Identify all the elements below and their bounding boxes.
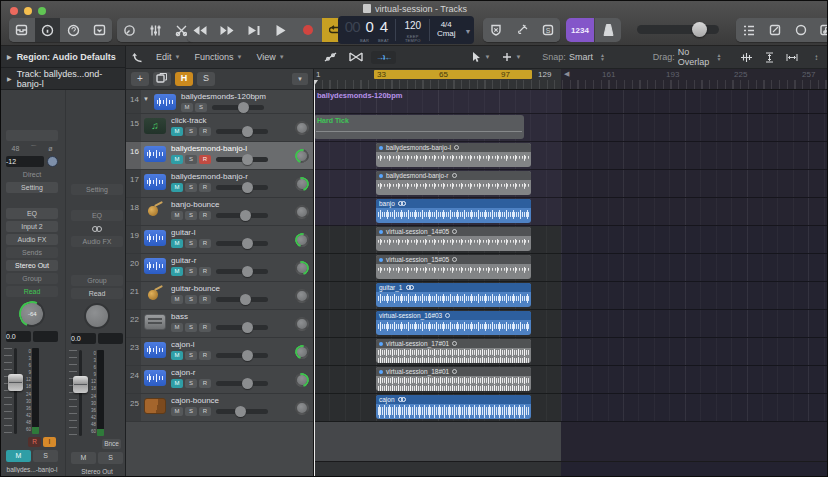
solo-button[interactable]: S [185,351,197,360]
track-volume-slider[interactable] [216,213,268,218]
solo-button[interactable]: S [185,407,197,416]
region-hard-tick[interactable]: Hard Tick [314,115,524,139]
record-enable-button[interactable]: R [199,239,211,248]
automation-mode-button[interactable]: Read [71,288,123,299]
arrange-lane[interactable]: cajon [314,394,828,422]
track-pan-knob[interactable] [295,289,309,303]
track-pan-knob[interactable] [295,401,309,415]
region-virtual-session-18-01[interactable]: virtual-session_18#01 [376,367,531,391]
mute-button[interactable]: M [171,155,183,164]
track-header-row[interactable]: 24cajon-rMSR [126,366,313,394]
track-volume-slider[interactable] [216,269,268,274]
media-browser-button[interactable] [814,18,828,42]
mute-button[interactable]: M [171,127,183,136]
hide-tracks-button[interactable]: H [175,72,193,86]
arrange-lane[interactable]: banjo [314,198,828,226]
region-banjo[interactable]: banjo [376,199,531,223]
track-header-row[interactable]: 14▼ballydesmonds-120bpmMS [126,90,313,114]
master-volume-slider[interactable] [637,25,719,34]
setting-button[interactable]: Setting [71,184,123,195]
track-name[interactable]: banjo-bounce [171,200,313,209]
track-name[interactable]: bass [171,312,313,321]
mute-button[interactable]: M [171,183,183,192]
record-enable-button[interactable]: R [199,183,211,192]
track-pan-knob[interactable] [295,121,309,135]
track-name[interactable]: ballydesmond-banjo-l [171,144,313,153]
track-header-options-chevron[interactable]: ▼ [292,73,308,85]
region-guitar-1[interactable]: guitar_1 [376,283,531,307]
track-volume-slider[interactable] [216,297,268,302]
solo-tracks-button[interactable]: S [197,72,215,86]
audio-fx-button[interactable]: Audio FX [6,234,58,245]
slider-knob[interactable] [242,238,253,249]
mute-button[interactable]: M [171,211,183,220]
solo-button[interactable]: S [185,183,197,192]
mixer-button[interactable] [143,18,168,42]
track-inspector-header[interactable]: ▶ Track: ballydes...ond-banjo-l [1,68,126,90]
replace-button[interactable] [483,18,508,42]
eq-button[interactable]: EQ [71,210,123,221]
pan-knob[interactable]: -64 [15,297,48,330]
track-name[interactable]: guitar-l [171,228,313,237]
region-virtual-session-15-05[interactable]: virtual-session_15#05 [376,255,531,279]
arrange-lane[interactable]: virtual-session_16#03 [314,310,828,338]
tuner-button[interactable] [509,18,534,42]
track-volume-slider[interactable] [216,381,268,386]
waveform-zoom-icon[interactable] [734,52,759,63]
track-volume-slider[interactable] [216,325,268,330]
arrange-lane[interactable]: virtual-session_14#05 [314,226,828,254]
solo-button[interactable]: S [185,295,197,304]
track-volume-slider[interactable] [216,241,268,246]
solo-button[interactable]: S [185,323,197,332]
record-enable-button[interactable]: R [28,437,41,447]
drag-menu[interactable]: Drag: No Overlap ▲▼ [646,47,728,67]
record-enable-button[interactable]: R [199,379,211,388]
solo-button[interactable]: S [185,239,197,248]
solo-button[interactable]: S [185,267,197,276]
track-header-row[interactable]: 18banjo-bounceMSR [126,198,313,226]
bounce-button[interactable]: Bnce [102,439,121,449]
slider-knob[interactable] [242,350,253,361]
track-volume-slider[interactable] [216,409,268,414]
setting-button[interactable]: Setting [6,182,58,193]
region-virtual-session-16-03[interactable]: virtual-session_16#03 [376,311,531,335]
lcd-display[interactable]: 00 0 4 BAR BEAT 120 KEEPTEMPO 4/4 Cmaj ▼ [338,16,474,44]
duplicate-track-button[interactable] [153,72,171,86]
mute-button[interactable]: M [171,267,183,276]
track-name[interactable]: cajon-r [171,368,313,377]
mute-button[interactable]: M [171,295,183,304]
track-volume-slider[interactable] [216,353,268,358]
slider-knob[interactable] [240,294,251,305]
arrange-lane[interactable]: virtual-session_15#05 [314,254,828,282]
mute-button[interactable]: M [71,452,96,464]
stereo-format-icon[interactable] [71,223,123,234]
group-button[interactable]: Group [6,273,58,284]
metronome-button[interactable] [595,18,621,42]
horizontal-zoom-icon[interactable] [780,53,804,62]
gain-value[interactable]: -12 [6,156,44,167]
record-enable-button[interactable]: R [199,407,211,416]
track-name[interactable]: click-track [171,116,313,125]
track-name[interactable]: ballydesmonds-120bpm [181,92,313,101]
forward-button[interactable] [214,18,240,42]
track-name[interactable]: guitar-bounce [171,284,313,293]
snap-menu[interactable]: Snap: Smart ▲▼ [535,52,612,62]
automation-mode-button[interactable]: Read [6,286,58,297]
smart-controls-button[interactable] [117,18,142,42]
region-ballydesmonds-banjo-l[interactable]: ballydesmonds-banjo-l [376,143,531,167]
track-volume-slider[interactable] [216,185,268,190]
track-pan-knob[interactable] [295,205,309,219]
record-enable-button[interactable]: R [199,211,211,220]
track-header-row[interactable]: 17ballydesmond-banjo-rMSR [126,170,313,198]
solo-button[interactable]: S [185,379,197,388]
arrange-lane[interactable]: Hard Tick [314,114,828,142]
volume-value[interactable]: 0.0 [71,333,96,344]
track-header-row[interactable]: 19guitar-lMSR [126,226,313,254]
quick-help-button[interactable] [61,18,86,42]
go-to-end-button[interactable] [241,18,267,42]
catch-playhead-icon[interactable] [126,52,149,63]
menu-view[interactable]: View▼ [249,52,291,62]
record-enable-button[interactable]: R [199,155,211,164]
mute-button[interactable]: M [6,450,31,462]
mute-button[interactable]: M [171,351,183,360]
